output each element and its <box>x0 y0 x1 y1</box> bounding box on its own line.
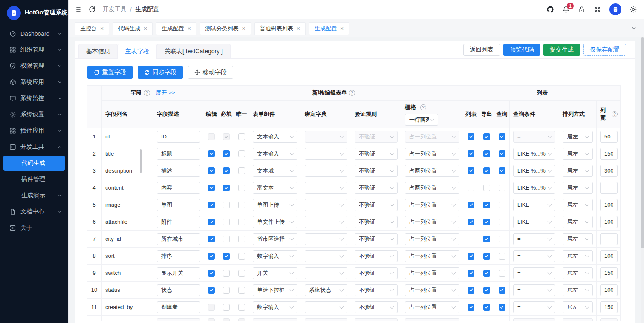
align-select[interactable]: 居左 <box>563 182 593 194</box>
edit-checkbox[interactable] <box>208 133 215 140</box>
validate-select[interactable]: 不验证 <box>355 284 398 296</box>
menu-collapse-icon[interactable] <box>74 6 81 13</box>
expand-link[interactable]: 展开 >> <box>156 89 175 97</box>
export-checkbox[interactable] <box>483 185 490 191</box>
dict-select[interactable] <box>305 301 347 313</box>
edit-checkbox[interactable] <box>208 150 215 157</box>
field-desc-input[interactable] <box>157 284 200 296</box>
component-select[interactable]: 单图上传 <box>253 199 297 211</box>
sidebar-subitem-代码生成[interactable]: 代码生成 <box>3 156 65 171</box>
dict-select[interactable] <box>305 250 347 262</box>
validate-select[interactable]: 不验证 <box>355 131 398 143</box>
unique-checkbox[interactable] <box>238 253 245 260</box>
sidebar-item-文档中心[interactable]: 文档中心 <box>0 204 68 220</box>
close-icon[interactable]: × <box>242 26 245 32</box>
tab-测试分类列表[interactable]: 测试分类列表× <box>200 22 251 35</box>
sidebar-item-系统设置[interactable]: 系统设置 <box>0 107 68 123</box>
field-desc-input[interactable] <box>157 267 200 279</box>
component-select[interactable]: 开关 <box>253 267 297 279</box>
dict-select[interactable] <box>305 267 347 279</box>
align-select[interactable]: 居左 <box>563 301 593 313</box>
component-select[interactable]: 文本域 <box>253 165 297 177</box>
required-checkbox[interactable] <box>223 185 230 191</box>
export-checkbox[interactable] <box>483 219 490 225</box>
field-desc-input[interactable] <box>157 182 200 194</box>
list-checkbox[interactable] <box>468 253 474 260</box>
component-select[interactable]: 文本输入 <box>253 131 297 143</box>
component-select[interactable]: 省市区选择 <box>253 233 297 245</box>
export-checkbox[interactable] <box>483 270 490 277</box>
app-logo[interactable]: HotGo管理系统 <box>0 0 68 26</box>
dict-select[interactable]: 系统状态 <box>305 284 347 296</box>
export-checkbox[interactable] <box>483 202 490 208</box>
dict-select[interactable] <box>305 182 347 194</box>
close-icon[interactable]: × <box>340 26 344 32</box>
export-checkbox[interactable] <box>483 287 490 294</box>
export-checkbox[interactable] <box>483 253 490 260</box>
query-checkbox[interactable] <box>499 150 505 157</box>
query-checkbox[interactable] <box>499 304 505 311</box>
align-select[interactable]: 居左 <box>563 131 593 143</box>
help-icon[interactable]: ? <box>612 111 618 117</box>
cond-select[interactable]: = <box>513 131 555 143</box>
unique-checkbox[interactable] <box>238 150 245 157</box>
list-checkbox[interactable] <box>468 202 474 208</box>
list-checkbox[interactable] <box>468 133 474 140</box>
cond-select[interactable]: = <box>513 233 555 245</box>
unique-checkbox[interactable] <box>238 236 245 242</box>
fullscreen-icon[interactable] <box>594 6 601 13</box>
sidebar-subitem-生成演示[interactable]: 生成演示 <box>0 187 68 204</box>
reset-fields-button[interactable]: 重置字段 <box>87 66 133 79</box>
field-desc-input[interactable] <box>157 301 200 313</box>
component-select[interactable]: 富文本 <box>253 182 297 194</box>
column-width-input[interactable] <box>600 301 618 313</box>
unique-checkbox[interactable] <box>238 167 245 174</box>
cond-select[interactable]: = <box>513 267 555 279</box>
sidebar-subitem-插件管理[interactable]: 插件管理 <box>0 171 68 187</box>
grid-select[interactable]: 占一列位置 <box>405 199 459 211</box>
component-select[interactable]: 数字输入 <box>253 301 297 313</box>
validate-select[interactable]: 不验证 <box>355 216 398 228</box>
close-icon[interactable]: × <box>297 26 300 32</box>
query-checkbox[interactable] <box>499 219 505 225</box>
required-checkbox[interactable] <box>223 167 230 174</box>
required-checkbox[interactable] <box>223 219 230 225</box>
help-icon[interactable]: ? <box>420 104 426 110</box>
edit-checkbox[interactable] <box>208 253 215 260</box>
subtab-基本信息[interactable]: 基本信息 <box>78 44 118 58</box>
list-checkbox[interactable] <box>468 287 474 294</box>
notification-bell-icon[interactable]: 1 <box>562 6 570 13</box>
grid-select[interactable]: 占一列位置 <box>405 301 459 313</box>
dict-select[interactable] <box>305 148 347 160</box>
grid-select[interactable]: 占两列位置 <box>405 182 459 194</box>
dict-select[interactable] <box>305 216 347 228</box>
column-width-input[interactable] <box>600 165 618 177</box>
field-desc-input[interactable] <box>157 148 200 160</box>
component-select[interactable]: 文本输入 <box>253 148 297 160</box>
align-select[interactable]: 居左 <box>563 199 593 211</box>
scrollbar-thumb-left[interactable] <box>140 149 142 173</box>
dict-select[interactable] <box>305 131 347 143</box>
column-width-input[interactable] <box>600 267 618 279</box>
component-select[interactable]: 数字输入 <box>253 250 297 262</box>
field-desc-input[interactable] <box>157 250 200 262</box>
column-width-input[interactable] <box>600 148 618 160</box>
unique-checkbox[interactable] <box>238 287 245 294</box>
validate-select[interactable]: 不验证 <box>355 233 398 245</box>
export-checkbox[interactable] <box>483 236 490 242</box>
close-icon[interactable]: × <box>100 26 104 32</box>
export-checkbox[interactable] <box>483 304 490 311</box>
cond-select[interactable]: LIKE %...% <box>513 182 555 194</box>
cond-select[interactable]: LIKE <box>513 199 555 211</box>
dict-select[interactable] <box>305 233 347 245</box>
validate-select[interactable]: 不验证 <box>355 199 398 211</box>
edit-checkbox[interactable] <box>208 167 215 174</box>
cond-select[interactable]: LIKE %...% <box>513 165 555 177</box>
validate-select[interactable]: 不验证 <box>355 148 398 160</box>
edit-checkbox[interactable] <box>208 270 215 277</box>
grid-select[interactable]: 占一列位置 <box>405 250 459 262</box>
list-checkbox[interactable] <box>468 185 474 191</box>
field-desc-input[interactable] <box>157 199 200 211</box>
sidebar-item-系统应用[interactable]: 系统应用 <box>0 74 68 90</box>
query-checkbox[interactable] <box>499 287 505 294</box>
